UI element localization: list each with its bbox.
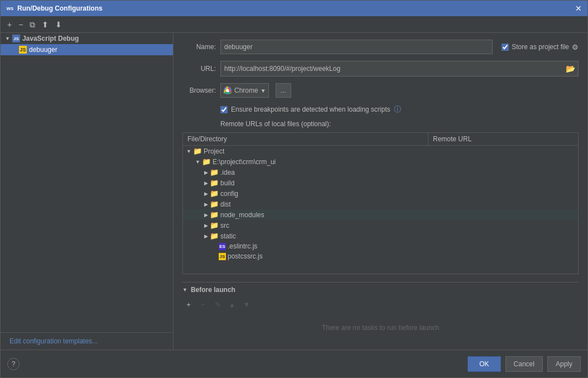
browser-row: Browser: Chrome ▼ ... xyxy=(182,83,579,98)
file-table: File/Directory Remote URL ▼ 📁 Project ▼ … xyxy=(182,132,579,274)
file-tree-item-build[interactable]: ▶ 📁 build xyxy=(183,178,578,188)
close-icon[interactable]: ✕ xyxy=(575,4,582,12)
folder-dist-icon: 📁 xyxy=(210,200,219,208)
col-remote-url: Remote URL xyxy=(428,133,578,145)
group-icon: JS xyxy=(12,35,20,42)
edit-templates-link[interactable]: Edit configuration templates... xyxy=(5,335,102,347)
file-name-node-modules: node_modules xyxy=(220,211,264,219)
store-project-checkbox[interactable] xyxy=(502,44,509,51)
chrome-browser-icon xyxy=(223,86,232,95)
browser-more-button[interactable]: ... xyxy=(276,83,291,98)
before-launch-label: Before launch xyxy=(191,286,235,294)
before-launch-toolbar: + − ✎ ▲ ▼ xyxy=(182,296,579,313)
file-tree-item-eslintrc[interactable]: ES .eslintrc.js xyxy=(183,241,578,251)
eslint-file-icon: ES xyxy=(219,243,226,250)
file-tree-item-node-modules[interactable]: ▶ 📁 node_modules xyxy=(183,209,578,220)
chevron-right-idea: ▶ xyxy=(204,170,208,175)
url-label: URL: xyxy=(182,65,216,73)
name-label: Name: xyxy=(182,43,216,51)
url-row: URL: 📂 xyxy=(182,61,579,76)
main-toolbar: + − ⧉ ⬆ ⬇ xyxy=(1,16,587,33)
folder-config-icon: 📁 xyxy=(210,189,219,198)
remove-config-button[interactable]: − xyxy=(16,20,25,30)
info-icon[interactable]: ⓘ xyxy=(394,104,401,114)
ensure-label: Ensure breakpoints are detected when loa… xyxy=(231,106,391,113)
bottom-bar: ? OK Cancel Apply xyxy=(1,350,587,377)
col-file-directory: File/Directory xyxy=(183,133,428,145)
file-table-body: ▼ 📁 Project ▼ 📁 E:\project\crm\crm_ui ▶ … xyxy=(183,146,578,274)
no-tasks-label: There are no tasks to run before launch xyxy=(182,313,579,343)
bl-move-up-button[interactable]: ▲ xyxy=(226,298,238,310)
chevron-right-static: ▶ xyxy=(204,233,208,239)
store-project-wrap: Store as project file ⚙ xyxy=(502,43,579,51)
file-tree-item-project[interactable]: ▼ 📁 Project xyxy=(183,146,578,156)
browser-dropdown-arrow: ▼ xyxy=(261,88,268,94)
file-tree-item-idea[interactable]: ▶ 📁 .idea xyxy=(183,167,578,178)
gear-icon[interactable]: ⚙ xyxy=(572,43,579,51)
chevron-right-src: ▶ xyxy=(204,223,208,228)
file-name-project: Project xyxy=(204,147,224,155)
title-bar: WS Run/Debug Configurations ✕ xyxy=(1,1,587,16)
bl-remove-button[interactable]: − xyxy=(197,298,209,310)
move-down-button[interactable]: ⬇ xyxy=(53,20,64,30)
file-tree-item-static[interactable]: ▶ 📁 static xyxy=(183,231,578,241)
chevron-right-build: ▶ xyxy=(204,180,208,186)
browser-select-wrap: Chrome ▼ xyxy=(220,83,269,98)
ok-button[interactable]: OK xyxy=(467,356,500,372)
config-item-label: debuuger xyxy=(29,46,57,54)
before-launch-chevron: ▼ xyxy=(182,287,187,293)
ensure-checkbox[interactable] xyxy=(220,106,228,113)
chevron-right-node-modules: ▶ xyxy=(204,212,208,218)
folder-src-icon: 📁 xyxy=(210,221,219,229)
move-up-button[interactable]: ⬆ xyxy=(40,20,51,30)
browser-label: Browser: xyxy=(182,87,216,94)
url-browse-button[interactable]: 📂 xyxy=(563,63,578,74)
file-name-eslintrc: .eslintrc.js xyxy=(228,242,257,250)
file-name-postcss: postcssrc.js xyxy=(228,252,263,260)
store-project-label: Store as project file xyxy=(512,43,569,51)
group-label: JavaScript Debug xyxy=(22,35,79,42)
file-name-dist: dist xyxy=(220,200,231,208)
bottom-buttons: OK Cancel Apply xyxy=(467,356,581,372)
bl-add-button[interactable]: + xyxy=(182,298,195,310)
chevron-right-dist: ▶ xyxy=(204,202,208,207)
folder-node-modules-icon: 📁 xyxy=(210,210,219,219)
ensure-row: Ensure breakpoints are detected when loa… xyxy=(182,104,579,114)
file-tree-item-config[interactable]: ▶ 📁 config xyxy=(183,188,578,199)
folder-build-icon: 📁 xyxy=(210,179,219,187)
folder-idea-icon: 📁 xyxy=(210,168,219,176)
js-file-icon: JS xyxy=(219,253,226,260)
chevron-down-icon: ▼ xyxy=(186,149,191,154)
bl-edit-button[interactable]: ✎ xyxy=(211,298,224,310)
file-tree-item-src[interactable]: ▶ 📁 src xyxy=(183,220,578,231)
file-table-header: File/Directory Remote URL xyxy=(183,133,578,146)
tree-item-debuuger[interactable]: JS debuuger xyxy=(1,44,173,55)
browser-value: Chrome xyxy=(232,87,261,94)
cancel-button[interactable]: Cancel xyxy=(505,356,543,372)
folder-project-icon: 📁 xyxy=(193,147,202,155)
add-config-button[interactable]: + xyxy=(5,20,14,30)
config-icon: JS xyxy=(19,46,27,54)
apply-button[interactable]: Apply xyxy=(547,356,581,372)
tree-group-javascript-debug[interactable]: ▼ JS JavaScript Debug xyxy=(1,33,173,44)
copy-config-button[interactable]: ⧉ xyxy=(27,20,37,30)
url-input-wrap: 📂 xyxy=(220,61,579,76)
right-panel: Name: Store as project file ⚙ URL: 📂 Bro… xyxy=(173,33,587,350)
file-tree-item-dist[interactable]: ▶ 📁 dist xyxy=(183,199,578,209)
folder-static-icon: 📁 xyxy=(210,232,219,240)
before-launch-section: ▼ Before launch xyxy=(182,282,579,296)
dialog-title: Run/Debug Configurations xyxy=(17,4,103,12)
file-name-crm-ui: E:\project\crm\crm_ui xyxy=(213,158,276,166)
name-input[interactable] xyxy=(220,40,493,54)
folder-crm-icon: 📁 xyxy=(202,157,211,166)
file-name-config: config xyxy=(220,190,238,198)
chevron-down-icon-2: ▼ xyxy=(195,159,200,165)
help-button[interactable]: ? xyxy=(7,358,20,370)
file-tree-item-postcss[interactable]: JS postcssrc.js xyxy=(183,251,578,261)
file-tree-item-crm-ui[interactable]: ▼ 📁 E:\project\crm\crm_ui xyxy=(183,156,578,167)
bl-move-down-button[interactable]: ▼ xyxy=(240,298,253,310)
file-name-build: build xyxy=(220,179,234,187)
url-input[interactable] xyxy=(221,61,563,76)
chevron-right-config: ▶ xyxy=(204,191,208,197)
file-name-static: static xyxy=(220,232,236,240)
